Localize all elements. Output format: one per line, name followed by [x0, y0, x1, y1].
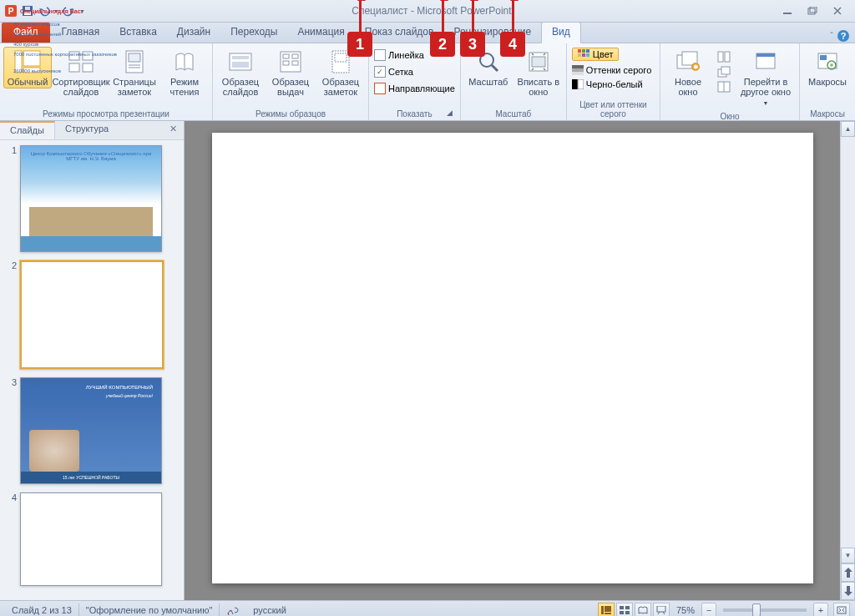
group-macros: Макросы Макросы [800, 43, 855, 120]
thumbnail-1[interactable]: Центр Компьютерного Обучения «Специалист… [20, 145, 162, 252]
ribbon-tabs: Файл Главная Вставка Дизайн Переходы Ани… [0, 23, 855, 43]
close-icon[interactable] [828, 4, 847, 18]
slide-master-button[interactable]: Образец слайдов [216, 47, 265, 98]
thumbnail-row[interactable]: 3 ЛУЧШИЙ КОМПЬЮТЕРНЫЙ учебный центр Росс… [3, 377, 180, 484]
gridlines-checkbox[interactable]: ✓Сетка [372, 65, 415, 78]
new-window-button[interactable]: ✱ Новое окно [664, 47, 712, 98]
group-master-views: Образец слайдов Образец выдач Образец за… [213, 43, 369, 120]
help-icon[interactable]: ? [837, 29, 850, 43]
reading-view-icon[interactable] [635, 603, 651, 616]
svg-rect-62 [601, 606, 604, 614]
tab-transitions[interactable]: Переходы [220, 23, 287, 43]
zoom-level[interactable]: 75% [676, 605, 695, 615]
panel-tab-outline[interactable]: Структура [55, 121, 119, 139]
thumbnail-row[interactable]: 1 Центр Компьютерного Обучения «Специали… [3, 145, 180, 252]
status-theme[interactable]: "Оформление по умолчанию" [79, 603, 220, 616]
status-language[interactable]: русский [246, 603, 292, 616]
group-label: Масштаб [464, 108, 563, 120]
svg-rect-67 [620, 611, 624, 614]
app-title: Специалист - Microsoft PowerPoint [85, 5, 778, 17]
color-button[interactable]: Цвет [570, 47, 621, 62]
normal-view-icon[interactable] [598, 603, 615, 616]
thumbnail-3[interactable]: ЛУЧШИЙ КОМПЬЮТЕРНЫЙ учебный центр России… [20, 377, 162, 484]
guides-checkbox[interactable]: Направляющие [372, 82, 457, 95]
title-bar: P ▼ ▼ Специалист - Microsoft PowerPoint [0, 0, 855, 23]
minimize-ribbon-icon[interactable]: ˆ [830, 31, 833, 41]
svg-rect-15 [69, 63, 79, 72]
scroll-down-icon[interactable]: ▼ [841, 548, 855, 563]
panel-close-icon[interactable]: ✕ [163, 121, 184, 139]
tab-animations[interactable]: Анимация [287, 23, 354, 43]
show-dialog-launcher[interactable]: ◢ [445, 109, 455, 119]
thumbnail-4[interactable]: Специально для Вас: 70 учебных классов 1… [20, 492, 162, 586]
svg-rect-69 [657, 606, 665, 612]
thumbnail-list[interactable]: 1 Центр Компьютерного Обучения «Специали… [0, 140, 184, 600]
zoom-out-icon[interactable]: − [701, 603, 716, 616]
svg-rect-37 [582, 49, 585, 53]
svg-rect-23 [232, 56, 249, 59]
panel-tabs: Слайды Структура ✕ [0, 121, 184, 140]
status-spellcheck[interactable] [220, 603, 246, 616]
macros-button[interactable]: Макросы [803, 47, 852, 88]
group-window: ✱ Новое окно Перейти в другое окно ▼ Окн… [660, 43, 800, 120]
svg-line-33 [492, 65, 498, 71]
chevron-down-icon: ▼ [763, 100, 769, 106]
fit-to-window-icon[interactable] [833, 603, 850, 616]
reading-view-button[interactable]: Режим чтения [160, 47, 209, 98]
svg-rect-72 [837, 607, 846, 613]
slides-panel: Слайды Структура ✕ 1 Центр Компьютерного… [0, 121, 185, 600]
svg-rect-6 [808, 8, 815, 14]
svg-rect-43 [572, 68, 584, 72]
handout-master-button[interactable]: Образец выдач [266, 47, 315, 98]
tab-view[interactable]: Вид [541, 22, 581, 43]
status-bar: Слайд 2 из 13 "Оформление по умолчанию" … [0, 600, 855, 616]
tab-design[interactable]: Дизайн [167, 23, 220, 43]
black-white-button[interactable]: Черно-белый [570, 78, 645, 90]
cascade-button[interactable] [716, 65, 732, 78]
svg-text:✱: ✱ [693, 63, 699, 71]
status-slide-number[interactable]: Слайд 2 из 13 [5, 603, 79, 616]
arrange-all-button[interactable] [716, 50, 732, 63]
thumbnail-row[interactable]: 4 Специально для Вас: 70 учебных классов… [3, 492, 180, 586]
sorter-view-icon[interactable] [616, 603, 633, 616]
thumbnail-row[interactable]: 2 [3, 260, 180, 369]
ruler-checkbox[interactable]: Линейка [372, 48, 426, 62]
svg-text:?: ? [841, 31, 847, 41]
svg-rect-65 [620, 606, 624, 609]
zoom-in-icon[interactable]: + [813, 603, 828, 616]
minimize-icon[interactable] [778, 4, 797, 18]
vertical-scrollbar[interactable]: ▲ ▼ [840, 121, 855, 600]
svg-rect-51 [718, 52, 723, 62]
editor-scroll-area[interactable] [185, 121, 840, 600]
grayscale-button[interactable]: Оттенки серого [570, 64, 653, 76]
panel-tab-slides[interactable]: Слайды [0, 121, 55, 139]
svg-rect-42 [572, 65, 584, 68]
scroll-up-icon[interactable]: ▲ [841, 121, 855, 137]
group-color-grayscale: Цвет Оттенки серого Черно-белый Цвет или… [567, 43, 660, 120]
thumbnail-2[interactable] [20, 260, 164, 369]
slide-canvas[interactable] [212, 133, 813, 583]
callout-2: 2 [430, 32, 455, 57]
group-label: Цвет или оттенки серого [570, 98, 656, 120]
svg-rect-52 [725, 52, 730, 62]
tab-insert[interactable]: Вставка [109, 23, 167, 43]
svg-rect-36 [578, 49, 581, 53]
restore-icon[interactable] [803, 4, 822, 18]
tab-review[interactable]: Рецензирование [443, 23, 541, 43]
callout-4: 4 [500, 32, 525, 57]
svg-rect-35 [532, 57, 545, 67]
next-slide-icon[interactable] [841, 582, 855, 600]
group-label: Показать◢ [372, 108, 457, 120]
svg-rect-39 [578, 53, 581, 57]
prev-slide-icon[interactable] [841, 563, 855, 582]
svg-rect-38 [586, 49, 589, 53]
svg-rect-60 [820, 55, 827, 60]
svg-rect-40 [582, 53, 585, 57]
zoom-slider[interactable] [723, 608, 807, 612]
slide-editor: ▲ ▼ [185, 121, 855, 600]
switch-windows-button[interactable]: Перейти в другое окно ▼ [736, 47, 796, 110]
svg-rect-58 [756, 53, 775, 57]
slideshow-view-icon[interactable] [653, 603, 670, 616]
move-split-button[interactable] [716, 80, 732, 93]
zoom-slider-thumb[interactable] [752, 603, 761, 616]
